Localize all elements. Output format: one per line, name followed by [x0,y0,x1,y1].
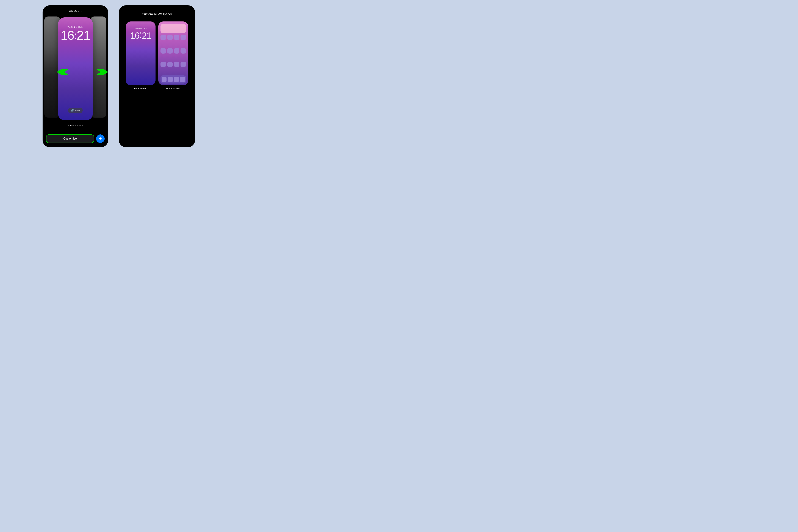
focus-label: Focus [75,109,80,112]
dock-icon-3 [174,77,179,82]
app-icon-2 [167,35,173,40]
home-app-grid [160,35,186,74]
dock-icon-4 [180,77,185,82]
app-icon-12 [180,62,186,67]
dock-icon-1 [162,77,167,82]
dot-7[interactable] [82,125,83,126]
wallpaper-carousel[interactable]: Tue 14 🌥 in 14MIN 16:21 🔗 Focus [42,15,108,123]
dot-3[interactable] [73,125,74,126]
wallpaper-options: Tue 14 🌥 in 14MIN 16:21 Lock Screen [122,21,192,90]
lock-time: 16:21 [61,29,90,42]
app-icon-4 [180,35,186,40]
lock-screen-wrapper[interactable]: Tue 14 🌥 in 14MIN 16:21 Lock Screen [126,21,155,90]
dock-icon-2 [168,77,173,82]
home-widget [160,24,186,33]
bottom-bar: Customise + [42,132,108,146]
lock-screen-preview[interactable]: Tue 14 🌥 in 14MIN 16:21 [126,21,155,85]
lock-preview-time: 16:21 [130,30,151,40]
home-screen-label: Home Screen [166,87,180,90]
app-icon-3 [174,35,179,40]
right-side-preview [91,17,107,118]
dot-6[interactable] [79,125,81,126]
right-photo [91,17,107,118]
dot-1[interactable] [68,125,69,126]
dot-5[interactable] [77,125,78,126]
plus-icon: + [99,136,102,141]
lock-date: Tue 14 🌥 in 14MIN [68,26,83,28]
left-iphone-panel: COLOUR Tue 14 🌥 in 14MIN 16:21 🔗 Focus [42,5,108,147]
app-icon-8 [180,48,186,54]
dot-2[interactable] [70,125,72,126]
focus-pill[interactable]: 🔗 Focus [68,108,83,113]
lock-screen-label: Lock Screen [134,87,147,90]
left-side-preview [44,17,60,118]
right-iphone-panel: Customise Wallpaper Tue 14 🌥 in 14MIN 16… [119,5,195,147]
customise-button[interactable]: Customise [46,134,94,143]
app-icon-6 [167,48,173,54]
pagination-dots [68,125,83,126]
app-icon-9 [160,62,166,67]
app-icon-5 [160,48,166,54]
app-icon-11 [174,62,179,67]
focus-link-icon: 🔗 [71,109,74,112]
home-dock [160,75,186,83]
dot-4[interactable] [75,125,76,126]
left-photo [44,17,60,118]
app-icon-1 [160,35,166,40]
app-icon-7 [174,48,179,54]
home-screen-wrapper[interactable]: Home Screen [158,21,188,90]
customise-wallpaper-title: Customise Wallpaper [142,13,172,16]
app-icon-10 [167,62,173,67]
add-button[interactable]: + [96,134,104,143]
home-screen-preview[interactable] [158,21,188,85]
colour-title: COLOUR [69,9,82,12]
